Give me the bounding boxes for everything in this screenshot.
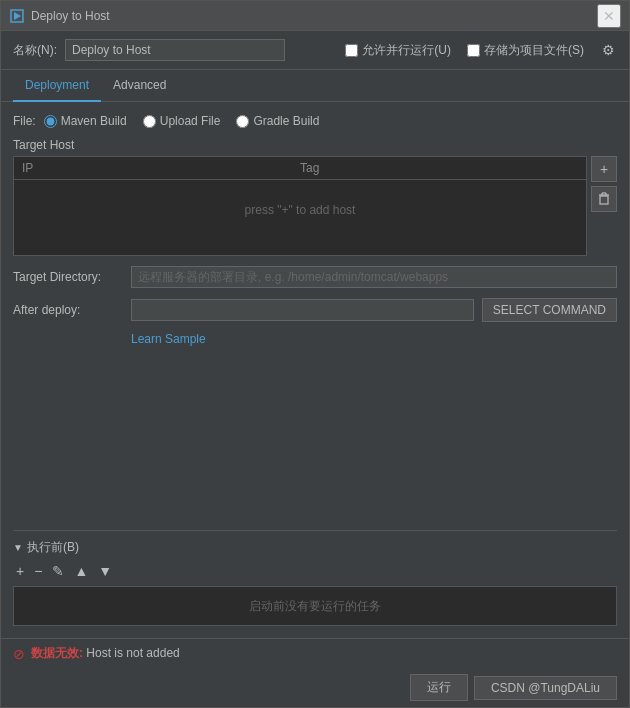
target-directory-input[interactable] (131, 266, 617, 288)
allow-parallel-label: 允许并行运行(U) (362, 42, 451, 59)
error-message: Host is not added (86, 646, 179, 660)
before-section-header: ▼ 执行前(B) (13, 539, 617, 556)
error-label: 数据无效: (31, 646, 83, 660)
gear-button[interactable]: ⚙ (600, 40, 617, 60)
col-ip: IP (22, 161, 300, 175)
remove-host-button[interactable] (591, 186, 617, 212)
svg-rect-2 (600, 196, 608, 204)
app-icon (9, 8, 25, 24)
upload-radio-label[interactable]: Upload File (143, 114, 221, 128)
before-section-title: 执行前(B) (27, 539, 79, 556)
before-toolbar: + − ✎ ▲ ▼ (13, 562, 617, 580)
tabs-row: Deployment Advanced (1, 70, 629, 102)
before-down-button[interactable]: ▼ (95, 562, 115, 580)
col-tag: Tag (300, 161, 578, 175)
gradle-radio-label[interactable]: Gradle Build (236, 114, 319, 128)
after-deploy-label: After deploy: (13, 303, 123, 317)
after-deploy-controls: SELECT COMMAND (131, 298, 617, 322)
upload-radio[interactable] (143, 115, 156, 128)
footer-buttons: 运行 CSDN @TungDALiu (1, 668, 629, 707)
run-button[interactable]: 运行 (410, 674, 468, 701)
tab-content: File: Maven Build Upload File Gradle Bui… (1, 102, 629, 638)
deploy-dialog: Deploy to Host ✕ 名称(N): 允许并行运行(U) 存储为项目文… (0, 0, 630, 708)
name-label: 名称(N): (13, 42, 57, 59)
footer: ⊘ 数据无效: Host is not added 运行 CSDN @TungD… (1, 638, 629, 707)
trash-icon (597, 192, 611, 206)
select-command-button[interactable]: SELECT COMMAND (482, 298, 617, 322)
before-empty-text: 启动前没有要运行的任务 (13, 586, 617, 626)
target-directory-label: Target Directory: (13, 270, 123, 284)
save-to-project-input[interactable] (467, 44, 480, 57)
target-host-table: IP Tag press "+" to add host (13, 156, 587, 256)
name-input[interactable] (65, 39, 285, 61)
target-host-container: IP Tag press "+" to add host + (13, 156, 617, 256)
file-label: File: (13, 114, 36, 128)
maven-label: Maven Build (61, 114, 127, 128)
table-empty-text: press "+" to add host (14, 180, 586, 240)
close-button[interactable]: ✕ (597, 4, 621, 28)
header-checkboxes: 允许并行运行(U) 存储为项目文件(S) ⚙ (345, 40, 617, 60)
before-edit-button[interactable]: ✎ (49, 562, 67, 580)
before-remove-button[interactable]: − (31, 562, 45, 580)
svg-marker-1 (14, 12, 21, 20)
upload-label: Upload File (160, 114, 221, 128)
maven-radio[interactable] (44, 115, 57, 128)
before-up-button[interactable]: ▲ (71, 562, 91, 580)
dialog-title: Deploy to Host (31, 9, 597, 23)
save-to-project-checkbox[interactable]: 存储为项目文件(S) (467, 42, 584, 59)
table-header: IP Tag (14, 157, 586, 180)
tab-deployment[interactable]: Deployment (13, 70, 101, 102)
target-host-buttons: + (591, 156, 617, 256)
error-text: 数据无效: Host is not added (31, 645, 180, 662)
before-add-button[interactable]: + (13, 562, 27, 580)
header-row: 名称(N): 允许并行运行(U) 存储为项目文件(S) ⚙ (1, 31, 629, 70)
file-row: File: Maven Build Upload File Gradle Bui… (13, 114, 617, 128)
allow-parallel-input[interactable] (345, 44, 358, 57)
add-host-button[interactable]: + (591, 156, 617, 182)
save-to-project-label: 存储为项目文件(S) (484, 42, 584, 59)
before-section: ▼ 执行前(B) + − ✎ ▲ ▼ 启动前没有要运行的任务 (13, 530, 617, 626)
after-deploy-input[interactable] (131, 299, 474, 321)
maven-radio-label[interactable]: Maven Build (44, 114, 127, 128)
collapse-arrow-icon[interactable]: ▼ (13, 542, 23, 553)
tab-advanced[interactable]: Advanced (101, 70, 178, 102)
target-directory-row: Target Directory: (13, 266, 617, 288)
spacer (13, 356, 617, 520)
gradle-radio[interactable] (236, 115, 249, 128)
learn-sample-link[interactable]: Learn Sample (131, 332, 617, 346)
cancel-button[interactable]: CSDN @TungDALiu (474, 676, 617, 700)
error-row: ⊘ 数据无效: Host is not added (1, 639, 629, 668)
after-deploy-row: After deploy: SELECT COMMAND (13, 298, 617, 322)
gradle-label: Gradle Build (253, 114, 319, 128)
title-bar: Deploy to Host ✕ (1, 1, 629, 31)
error-icon: ⊘ (13, 646, 25, 662)
target-host-section: Target Host IP Tag press "+" to add host… (13, 138, 617, 256)
allow-parallel-checkbox[interactable]: 允许并行运行(U) (345, 42, 451, 59)
target-host-label: Target Host (13, 138, 617, 152)
